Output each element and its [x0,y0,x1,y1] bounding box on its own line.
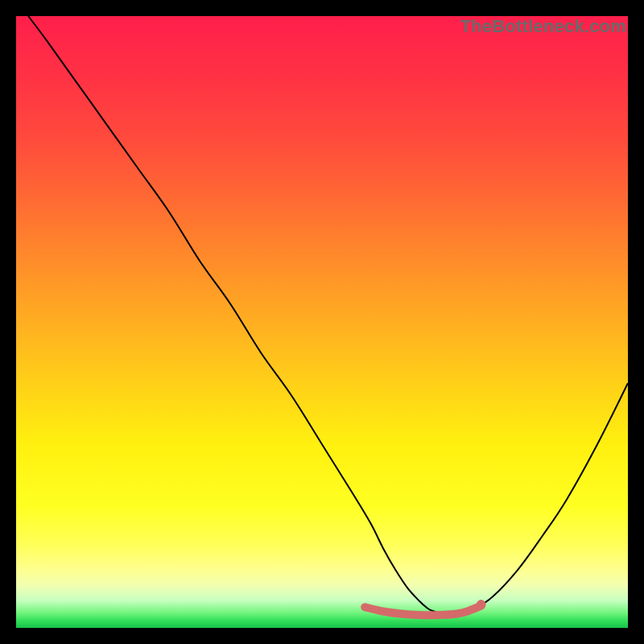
watermark-text: TheBottleneck.com [460,16,626,37]
chart-frame: TheBottleneck.com [16,16,628,628]
chart-background [16,16,628,628]
optimal-marker [477,600,486,609]
bottleneck-chart [16,16,628,628]
